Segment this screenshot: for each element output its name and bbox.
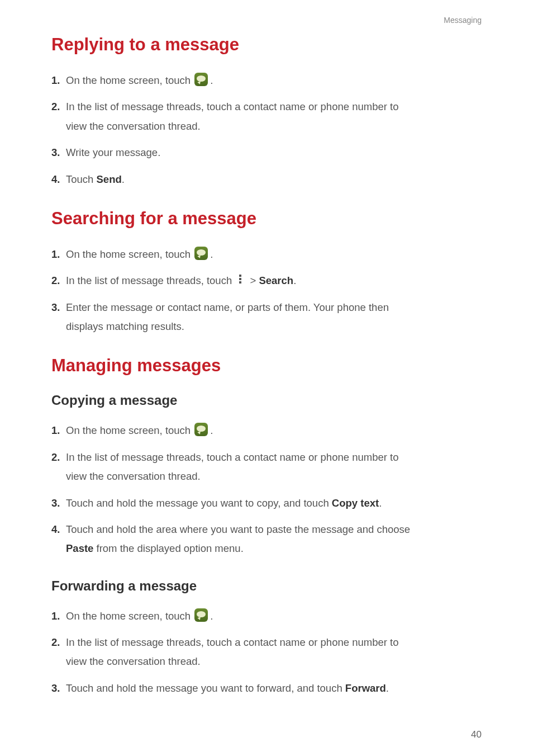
bold-label: Forward: [345, 682, 386, 694]
step-text: In the list of message threads, touch a …: [66, 101, 398, 112]
messaging-app-icon: [194, 608, 208, 622]
section-title: Replying to a message: [51, 35, 482, 55]
bold-label: Send: [97, 173, 122, 185]
messaging-app-icon: [194, 423, 208, 436]
step-text: .: [379, 497, 382, 509]
step-text-cont: view the conversation thread.: [66, 653, 482, 670]
steps-list: On the home screen, touch . In the list …: [51, 245, 482, 336]
steps-list: On the home screen, touch . In the list …: [51, 422, 482, 557]
messaging-app-icon: [194, 247, 208, 260]
step-item: In the list of message threads, touch a …: [51, 98, 482, 135]
step-text: .: [386, 682, 389, 694]
step-item: In the list of message threads, touch > …: [51, 272, 482, 290]
step-text: .: [210, 74, 213, 86]
step-text: On the home screen, touch: [66, 610, 193, 622]
steps-list: On the home screen, touch . In the list …: [51, 607, 482, 698]
step-item: Touch Send.: [51, 171, 482, 188]
page-header-category: Messaging: [51, 16, 482, 25]
step-item: Write your message.: [51, 144, 482, 162]
step-text: Write your message.: [66, 147, 160, 158]
step-item: On the home screen, touch .: [51, 72, 482, 89]
step-text: >: [247, 275, 259, 286]
step-text: In the list of message threads, touch a …: [66, 451, 398, 463]
step-item: Touch and hold the area where you want t…: [51, 521, 482, 558]
step-text-cont: view the conversation thread.: [66, 467, 482, 485]
step-item: In the list of message threads, touch a …: [51, 448, 482, 486]
step-text: Touch: [66, 173, 97, 185]
step-text: .: [210, 424, 213, 436]
step-item: Enter the message or contact name, or pa…: [51, 299, 482, 336]
section-managing: Managing messages Copying a message On t…: [51, 356, 482, 697]
step-text-cont: Paste from the displayed option menu.: [66, 540, 482, 557]
step-item: On the home screen, touch .: [51, 245, 482, 263]
step-text: .: [210, 610, 213, 622]
steps-list: On the home screen, touch . In the list …: [51, 72, 482, 188]
step-text-cont: view the conversation thread.: [66, 117, 482, 135]
step-item: Touch and hold the message you want to c…: [51, 494, 482, 512]
step-text: .: [293, 275, 296, 286]
step-text-cont: displays matching results.: [66, 318, 482, 336]
step-text: In the list of message threads, touch: [66, 275, 235, 286]
step-text: Enter the message or contact name, or pa…: [66, 301, 389, 313]
bold-label: Copy text: [332, 497, 379, 509]
section-title: Managing messages: [51, 356, 482, 376]
step-text: Touch and hold the message you want to f…: [66, 682, 345, 694]
messaging-app-icon: [194, 73, 208, 86]
step-item: In the list of message threads, touch a …: [51, 634, 482, 671]
step-text: .: [122, 173, 125, 185]
step-text: On the home screen, touch: [66, 248, 193, 260]
step-text: On the home screen, touch: [66, 424, 193, 436]
step-text: Touch and hold the area where you want t…: [66, 523, 410, 535]
page-number: 40: [471, 729, 482, 740]
section-replying: Replying to a message On the home screen…: [51, 35, 482, 188]
overflow-menu-icon: [237, 275, 243, 285]
section-searching: Searching for a message On the home scre…: [51, 209, 482, 336]
step-item: On the home screen, touch .: [51, 422, 482, 440]
step-item: On the home screen, touch .: [51, 607, 482, 625]
bold-label: Paste: [66, 542, 93, 554]
bold-label: Search: [259, 275, 293, 286]
step-text: In the list of message threads, touch a …: [66, 636, 398, 648]
step-item: Touch and hold the message you want to f…: [51, 679, 482, 697]
step-text: from the displayed option menu.: [93, 542, 243, 554]
subsection-title: Forwarding a message: [51, 578, 482, 594]
section-title: Searching for a message: [51, 209, 482, 229]
subsection-title: Copying a message: [51, 393, 482, 408]
step-text: On the home screen, touch: [66, 74, 193, 86]
step-text: .: [210, 248, 213, 260]
step-text: Touch and hold the message you want to c…: [66, 497, 332, 509]
